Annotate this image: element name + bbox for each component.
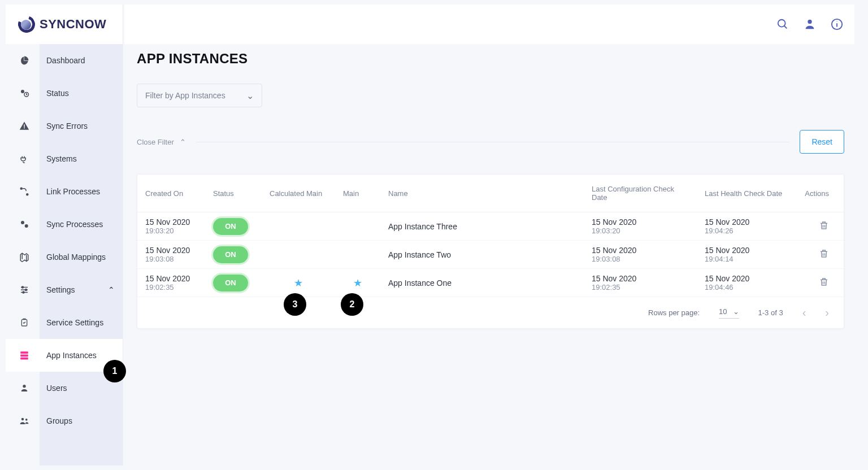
map-icon	[18, 251, 31, 263]
rows-per-page-select[interactable]: 10 ⌄	[719, 307, 739, 319]
sidebar-item-sync-errors[interactable]: Sync Errors	[6, 110, 123, 142]
status-badge: ON	[213, 275, 248, 291]
sidebar-item-groups[interactable]: Groups	[6, 404, 123, 437]
cell-calculated-main: ★	[262, 269, 335, 297]
col-last-health[interactable]: Last Health Check Date	[697, 175, 793, 212]
sidebar-item-global-mappings[interactable]: Global Mappings	[6, 241, 123, 273]
cell-last-config: 15 Nov 202019:03:20	[584, 212, 697, 241]
svg-point-2	[20, 188, 23, 190]
sidebar-item-label: Settings	[46, 285, 75, 294]
delete-button[interactable]	[819, 220, 829, 230]
cell-calculated-main	[262, 241, 335, 269]
pie-icon	[18, 54, 31, 67]
sidebar-item-label: Users	[46, 384, 67, 393]
main-content: APP INSTANCES Filter by App Instances ⌄ …	[137, 51, 844, 459]
svg-point-5	[25, 224, 28, 228]
sliders-icon	[18, 284, 31, 296]
sidebar: SYNCNOW Dashboard Status Sync Errors Sy	[6, 5, 123, 465]
cell-last-health: 15 Nov 202019:04:14	[697, 241, 793, 269]
status-badge: ON	[213, 246, 248, 263]
sidebar-item-systems[interactable]: Systems	[6, 142, 123, 175]
col-created-on[interactable]: Created On	[137, 175, 205, 212]
clipboard-icon	[18, 316, 31, 329]
chevron-down-icon: ⌄	[733, 307, 739, 316]
sidebar-item-label: Dashboard	[46, 56, 85, 65]
cell-calculated-main	[262, 212, 335, 241]
svg-rect-12	[20, 358, 28, 360]
callout-1: 1	[103, 360, 126, 382]
sidebar-item-status[interactable]: Status	[6, 77, 123, 110]
sidebar-item-label: Status	[46, 89, 69, 98]
instances-table-card: Created On Status Calculated Main Main N…	[137, 174, 844, 329]
cell-name: App Instance Three	[380, 212, 584, 241]
col-main[interactable]: Main	[335, 175, 380, 212]
callout-2: 2	[341, 293, 363, 316]
col-last-config[interactable]: Last Configuration Check Date	[584, 175, 697, 212]
search-icon[interactable]	[776, 18, 789, 31]
sidebar-item-label: Global Mappings	[46, 253, 106, 262]
sidebar-item-label: Groups	[46, 416, 72, 425]
rows-per-page-label: Rows per page:	[648, 308, 700, 317]
sidebar-item-label: Systems	[46, 154, 77, 163]
cell-status: ON	[205, 212, 262, 241]
filter-row: Close Filter ⌃ Reset	[137, 130, 844, 154]
table-row[interactable]: 15 Nov 202019:03:08ONApp Instance Two15 …	[137, 241, 844, 269]
delete-button[interactable]	[819, 249, 829, 259]
cell-actions	[793, 269, 844, 297]
delete-button[interactable]	[819, 277, 829, 287]
sidebar-item-sync-processes[interactable]: Sync Processes	[6, 208, 123, 241]
sidebar-item-service-settings[interactable]: Service Settings	[6, 306, 123, 339]
sidebar-item-label: Service Settings	[46, 318, 103, 327]
svg-rect-11	[20, 355, 28, 357]
cell-created: 15 Nov 202019:03:20	[137, 212, 205, 241]
star-icon: ★	[270, 277, 327, 289]
cell-last-health: 15 Nov 202019:04:26	[697, 212, 793, 241]
star-icon: ★	[343, 277, 372, 289]
cell-last-config: 15 Nov 202019:03:08	[584, 241, 697, 269]
divider	[196, 142, 790, 142]
col-status[interactable]: Status	[205, 175, 262, 212]
servers-icon	[18, 349, 31, 362]
warning-icon	[18, 120, 31, 132]
group-icon	[18, 415, 31, 427]
sidebar-nav: Dashboard Status Sync Errors Systems Lin	[6, 44, 123, 437]
reset-button[interactable]: Reset	[800, 130, 844, 154]
brand-text: SYNCNOW	[40, 17, 106, 32]
cell-main	[335, 241, 380, 269]
brand[interactable]: SYNCNOW	[6, 5, 123, 44]
svg-point-6	[22, 286, 24, 288]
rows-per-page-value: 10	[719, 307, 727, 316]
page-range: 1-3 of 3	[758, 308, 783, 317]
cell-main: ★	[335, 269, 380, 297]
col-name[interactable]: Name	[380, 175, 584, 212]
table-row[interactable]: 15 Nov 202019:02:35ON★★App Instance One1…	[137, 269, 844, 297]
svg-point-13	[23, 385, 25, 388]
prev-page-button[interactable]: ‹	[802, 306, 806, 319]
svg-point-17	[808, 20, 811, 24]
status-badge: ON	[213, 218, 248, 235]
gears-clock-icon	[18, 87, 31, 99]
sidebar-item-label: Link Processes	[46, 187, 100, 196]
cell-actions	[793, 241, 844, 269]
info-icon[interactable]	[831, 18, 843, 31]
close-filter-toggle[interactable]: Close Filter ⌃	[137, 138, 186, 146]
user-icon	[18, 382, 31, 394]
sidebar-item-label: Sync Errors	[46, 121, 88, 130]
sidebar-item-settings[interactable]: Settings ⌃	[6, 273, 123, 306]
col-calculated-main[interactable]: Calculated Main	[262, 175, 335, 212]
svg-point-14	[21, 418, 24, 421]
sidebar-item-link-processes[interactable]: Link Processes	[6, 175, 123, 208]
user-icon[interactable]	[804, 18, 816, 31]
cell-status: ON	[205, 241, 262, 269]
filter-app-instances-select[interactable]: Filter by App Instances ⌄	[137, 84, 262, 107]
table-row[interactable]: 15 Nov 202019:03:20ONApp Instance Three1…	[137, 212, 844, 241]
sidebar-item-dashboard[interactable]: Dashboard	[6, 44, 123, 77]
next-page-button[interactable]: ›	[825, 306, 829, 319]
cell-name: App Instance One	[380, 269, 584, 297]
flow-icon	[18, 185, 31, 198]
cell-last-health: 15 Nov 202019:04:46	[697, 269, 793, 297]
cell-created: 15 Nov 202019:02:35	[137, 269, 205, 297]
sidebar-item-label: App Instances	[46, 351, 97, 360]
plug-icon	[18, 153, 31, 165]
brand-logo-icon	[18, 16, 35, 33]
